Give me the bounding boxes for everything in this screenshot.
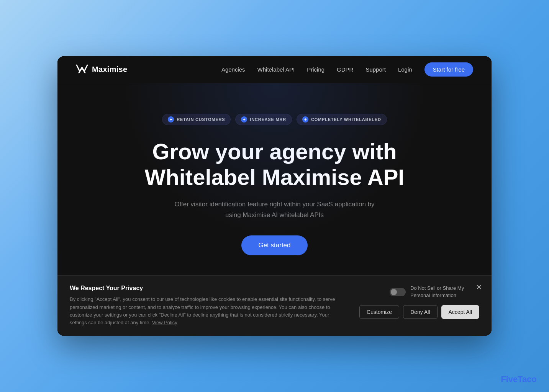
deny-all-button[interactable]: Deny All [403,305,437,319]
toggle-label: Do Not Sell or Share My Personal Informa… [410,285,479,299]
start-for-free-button[interactable]: Start for free [424,62,473,77]
nav-link-pricing[interactable]: Pricing [307,66,324,73]
cookie-close-button[interactable]: ✕ [476,283,482,291]
hero-section: ✦ RETAIN CUSTOMERS ✦ INCREASE MRR ✦ COMP… [57,83,492,278]
badge-mrr-icon: ✦ [241,116,247,122]
cookie-title: We Respect Your Privacy [70,285,347,292]
nav-link-support[interactable]: Support [365,66,386,73]
fivetaco-brand: FiveTaco [501,374,537,384]
accept-all-button[interactable]: Accept All [441,305,479,319]
cookie-banner: We Respect Your Privacy By clicking "Acc… [57,275,492,336]
cookie-toggle-row: Do Not Sell or Share My Personal Informa… [390,285,479,299]
get-started-button[interactable]: Get started [241,235,307,255]
nav-link-login[interactable]: Login [398,66,412,73]
badge-whitelabel-label: COMPLETELY WHITELABELED [311,117,381,122]
badge-whitelabel-icon: ✦ [302,116,308,122]
navbar: Maximise Agencies Whitelabel API Pricing… [57,56,492,83]
hero-subtitle: Offer visitor identification feature rig… [167,199,382,220]
cookie-body: By clicking "Accept All", you consent to… [70,296,347,327]
toggle-knob [391,289,397,295]
nav-link-whitelabel-api[interactable]: Whitelabel API [257,66,295,73]
logo: Maximise [76,64,127,75]
badge-retain-label: RETAIN CUSTOMERS [177,117,225,122]
badge-mrr-label: INCREASE MRR [250,117,286,122]
cookie-content: We Respect Your Privacy By clicking "Acc… [70,285,347,327]
badge-whitelabel: ✦ COMPLETELY WHITELABELED [297,114,387,125]
do-not-sell-toggle[interactable] [390,288,406,296]
cookie-right-panel: Do Not Sell or Share My Personal Informa… [359,285,479,318]
badge-retain: ✦ RETAIN CUSTOMERS [162,114,231,125]
cookie-buttons: Customize Deny All Accept All [359,305,479,319]
nav-links: Agencies Whitelabel API Pricing GDPR Sup… [221,62,473,77]
browser-window: Maximise Agencies Whitelabel API Pricing… [57,56,492,336]
nav-link-gdpr[interactable]: GDPR [337,66,353,73]
logo-text: Maximise [92,65,127,74]
badge-group: ✦ RETAIN CUSTOMERS ✦ INCREASE MRR ✦ COMP… [162,114,387,125]
badge-retain-icon: ✦ [168,116,174,122]
hero-title: Grow your agency with Whitelabel Maximis… [125,139,424,190]
nav-link-agencies[interactable]: Agencies [221,66,245,73]
customize-button[interactable]: Customize [359,305,399,319]
badge-mrr: ✦ INCREASE MRR [235,114,292,125]
view-policy-link[interactable]: View Policy [152,320,177,325]
logo-icon [76,64,88,75]
